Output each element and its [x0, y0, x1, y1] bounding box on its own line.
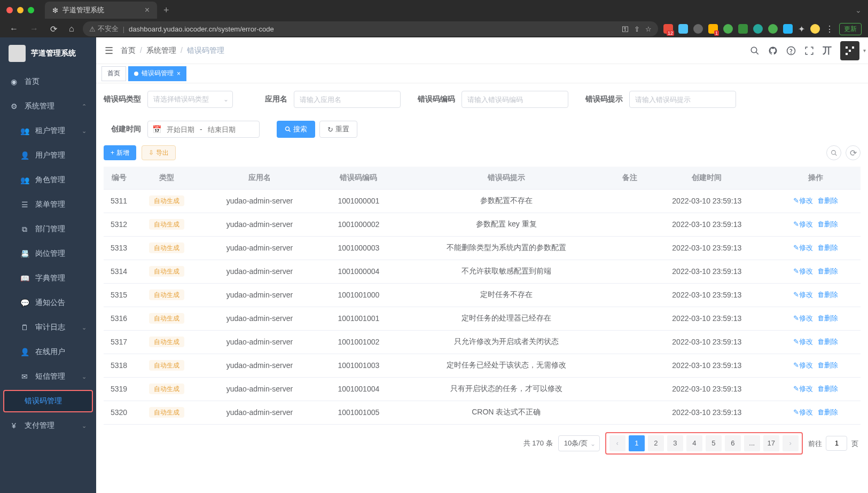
fullscreen-icon[interactable] [804, 46, 814, 56]
page-number-6[interactable]: 6 [725, 435, 741, 451]
profile-icon[interactable] [810, 24, 820, 34]
type-select[interactable]: 请选择错误码类型 [147, 91, 233, 108]
sidebar: 芋道管理系统 ◉首页⚙系统管理⌃👥租户管理⌄👤用户管理👥角色管理☰菜单管理⧉部门… [0, 37, 96, 493]
page-number-4[interactable]: 4 [686, 435, 702, 451]
extension-icon[interactable]: 1 [708, 24, 718, 34]
app-input[interactable] [294, 91, 401, 108]
edit-button[interactable]: ✎修改 [793, 196, 813, 206]
code-input[interactable] [462, 91, 568, 108]
browser-tab[interactable]: ❇ 芋道管理系统 × [45, 2, 157, 19]
start-date-input[interactable] [165, 126, 197, 134]
search-icon[interactable] [750, 46, 760, 56]
edit-button[interactable]: ✎修改 [793, 314, 813, 323]
refresh-button[interactable]: ⟳ [846, 145, 861, 160]
update-button[interactable]: 更新 [839, 23, 862, 35]
delete-button[interactable]: 🗑删除 [817, 361, 838, 370]
edit-button[interactable]: ✎修改 [793, 337, 813, 347]
star-icon[interactable]: ☆ [645, 25, 652, 33]
page-number-1[interactable]: 1 [629, 435, 645, 451]
font-size-icon[interactable]: 丌 [823, 44, 832, 57]
edit-button[interactable]: ✎修改 [793, 384, 813, 394]
reload-button[interactable]: ⟳ [47, 22, 60, 36]
forward-button[interactable]: → [27, 22, 42, 36]
delete-button[interactable]: 🗑删除 [817, 384, 838, 394]
close-tab-icon[interactable]: × [145, 5, 150, 15]
minimize-window-icon[interactable] [17, 7, 24, 13]
sidebar-item-岗位管理[interactable]: 📇岗位管理 [0, 241, 96, 266]
sidebar-item-用户管理[interactable]: 👤用户管理 [0, 143, 96, 168]
delete-button[interactable]: 🗑删除 [817, 408, 838, 417]
page-number-5[interactable]: 5 [706, 435, 722, 451]
sidebar-item-通知公告[interactable]: 💬通知公告 [0, 291, 96, 315]
sidebar-item-审计日志[interactable]: 🗒审计日志⌄ [0, 315, 96, 340]
extension-icon[interactable] [753, 24, 763, 34]
export-button[interactable]: ⇩ 导出 [142, 145, 176, 160]
breadcrumb-section[interactable]: 系统管理 [146, 46, 176, 56]
back-button[interactable]: ← [6, 22, 21, 36]
github-icon[interactable] [768, 46, 778, 56]
page-jump-input[interactable] [826, 436, 847, 451]
tab-error-code[interactable]: 错误码管理× [128, 66, 186, 81]
edit-button[interactable]: ✎修改 [793, 220, 813, 229]
key-icon[interactable]: ⚿ [622, 25, 629, 33]
delete-button[interactable]: 🗑删除 [817, 196, 838, 206]
sidebar-item-系统管理[interactable]: ⚙系统管理⌃ [0, 94, 96, 119]
sidebar-item-短信管理[interactable]: ✉短信管理⌄ [0, 364, 96, 389]
page-number-17[interactable]: 17 [763, 435, 779, 451]
menu-icon[interactable]: ⋮ [825, 24, 834, 34]
edit-button[interactable]: ✎修改 [793, 408, 813, 417]
next-page-button[interactable]: › [783, 435, 799, 451]
close-tab-icon[interactable]: × [177, 70, 181, 77]
avatar[interactable] [840, 41, 859, 60]
delete-button[interactable]: 🗑删除 [817, 314, 838, 323]
extension-icon[interactable] [678, 24, 688, 34]
sidebar-item-在线用户[interactable]: 👤在线用户 [0, 340, 96, 364]
search-button[interactable]: 搜索 [277, 121, 315, 138]
home-button[interactable]: ⌂ [66, 22, 77, 36]
sidebar-item-菜单管理[interactable]: ☰菜单管理 [0, 192, 96, 217]
prev-page-button[interactable]: ‹ [609, 435, 625, 451]
delete-button[interactable]: 🗑删除 [817, 267, 838, 276]
edit-button[interactable]: ✎修改 [793, 267, 813, 276]
page-number-3[interactable]: 3 [667, 435, 683, 451]
address-bar[interactable]: ⚠ 不安全 | dashboard.yudao.iocoder.cn/syste… [83, 21, 658, 36]
edit-button[interactable]: ✎修改 [793, 361, 813, 370]
sidebar-item-首页[interactable]: ◉首页 [0, 69, 96, 94]
breadcrumb-home[interactable]: 首页 [121, 46, 136, 56]
new-tab-button[interactable]: + [163, 5, 169, 16]
extension-icon[interactable] [768, 24, 778, 34]
sidebar-item-错误码管理[interactable]: 错误码管理 [3, 390, 93, 412]
delete-button[interactable]: 🗑删除 [817, 337, 838, 347]
chevron-down-icon[interactable]: ⌄ [855, 6, 862, 14]
sidebar-item-角色管理[interactable]: 👥角色管理 [0, 168, 96, 192]
search-toggle-button[interactable] [826, 145, 841, 160]
extension-icon[interactable] [783, 24, 793, 34]
end-date-input[interactable] [206, 126, 238, 134]
hamburger-icon[interactable]: ☰ [105, 45, 113, 57]
help-icon[interactable] [786, 46, 796, 56]
sidebar-item-租户管理[interactable]: 👥租户管理⌄ [0, 119, 96, 143]
delete-button[interactable]: 🗑删除 [817, 220, 838, 229]
close-window-icon[interactable] [6, 7, 13, 13]
share-icon[interactable]: ⇧ [634, 25, 640, 33]
sidebar-item-支付管理[interactable]: ¥支付管理⌄ [0, 413, 96, 438]
delete-button[interactable]: 🗑删除 [817, 243, 838, 253]
tab-home[interactable]: 首页 [101, 66, 126, 81]
sidebar-item-部门管理[interactable]: ⧉部门管理 [0, 217, 96, 241]
reset-button[interactable]: ↻ 重置 [319, 121, 357, 138]
delete-button[interactable]: 🗑删除 [817, 290, 838, 300]
maximize-window-icon[interactable] [28, 7, 34, 13]
extension-icon[interactable] [738, 24, 748, 34]
edit-button[interactable]: ✎修改 [793, 290, 813, 300]
extension-icon[interactable]: 12 [663, 24, 673, 34]
msg-input[interactable] [629, 91, 736, 108]
edit-button[interactable]: ✎修改 [793, 243, 813, 253]
extensions-puzzle-icon[interactable]: ✦ [798, 24, 805, 34]
page-size-select[interactable]: 10条/页 [558, 435, 600, 451]
add-button[interactable]: + 新增 [104, 145, 136, 160]
extension-icon[interactable] [723, 24, 733, 34]
sidebar-item-字典管理[interactable]: 📖字典管理 [0, 266, 96, 291]
extension-icon[interactable] [693, 24, 703, 34]
date-range-picker[interactable]: 📅 - [147, 121, 260, 138]
page-number-2[interactable]: 2 [648, 435, 664, 451]
